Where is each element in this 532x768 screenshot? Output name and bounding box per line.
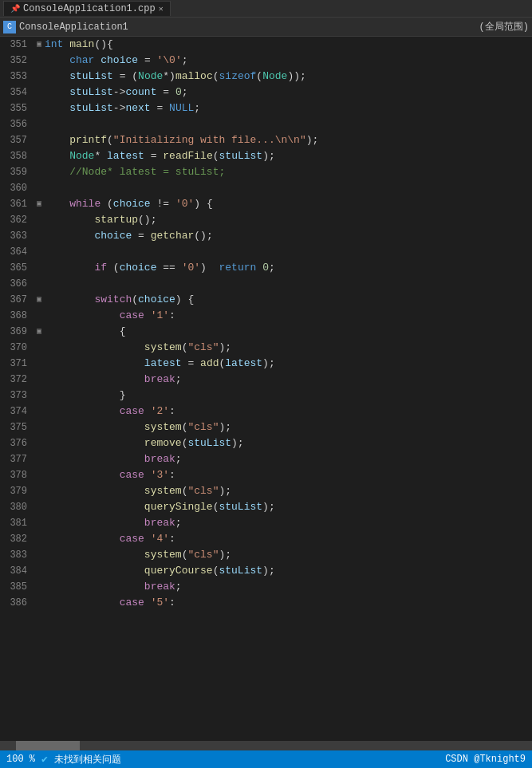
line-number: 370 xyxy=(0,340,33,356)
line-number: 366 xyxy=(0,276,33,292)
code-text: querySingle(stuList); xyxy=(45,499,275,515)
code-line: 386 case '5': xyxy=(0,595,532,611)
code-text: switch(choice) { xyxy=(45,292,194,308)
line-number: 376 xyxy=(0,435,33,451)
code-text: system("cls"); xyxy=(45,483,231,499)
status-message: 未找到相关问题 xyxy=(54,753,121,766)
code-text: case '2': xyxy=(45,404,175,419)
code-text: break; xyxy=(45,579,182,595)
csdn-label: CSDN @Tknight9 xyxy=(445,754,526,765)
code-line: 375 system("cls"); xyxy=(0,419,532,435)
code-text: stuList->count = 0; xyxy=(45,85,188,100)
line-number: 359 xyxy=(0,164,33,180)
line-number: 362 xyxy=(0,212,33,228)
code-line: 383 system("cls"); xyxy=(0,547,532,563)
line-number: 358 xyxy=(0,148,33,164)
zoom-level: 100 % xyxy=(6,754,35,765)
code-line: 370 system("cls"); xyxy=(0,340,532,356)
line-number: 386 xyxy=(0,595,33,611)
code-text: case '4': xyxy=(45,531,175,547)
tab-pin-icon: 📌 xyxy=(10,4,20,14)
code-line: 360 xyxy=(0,180,532,196)
tab-filename: ConsoleApplication1.cpp xyxy=(23,3,156,14)
line-number: 352 xyxy=(0,53,33,69)
line-number: 381 xyxy=(0,515,33,531)
code-text: int main(){ xyxy=(45,37,113,53)
line-number: 357 xyxy=(0,132,33,148)
code-line: 382 case '4': xyxy=(0,531,532,547)
line-number: 374 xyxy=(0,404,33,419)
line-number: 383 xyxy=(0,547,33,563)
code-text: stuList->next = NULL; xyxy=(45,100,200,116)
code-line: 368 case '1': xyxy=(0,308,532,324)
code-text: break; xyxy=(45,515,182,531)
code-line: 356 xyxy=(0,116,532,132)
code-line: 362 startup(); xyxy=(0,212,532,228)
code-line: 353 stuList = (Node*)malloc(sizeof(Node)… xyxy=(0,69,532,85)
collapse-icon[interactable]: ▣ xyxy=(33,37,45,53)
line-number: 379 xyxy=(0,483,33,499)
line-number: 363 xyxy=(0,228,33,244)
code-line: 380 querySingle(stuList); xyxy=(0,499,532,515)
code-line: 381 break; xyxy=(0,515,532,531)
line-number: 377 xyxy=(0,451,33,467)
code-line: 373 } xyxy=(0,388,532,404)
code-text: system("cls"); xyxy=(45,340,231,356)
code-text: choice = getchar(); xyxy=(45,228,213,244)
code-line: 385 break; xyxy=(0,579,532,595)
line-number: 380 xyxy=(0,499,33,515)
code-editor[interactable]: 351▣int main(){352 char choice = '\0';35… xyxy=(0,37,532,741)
code-line: 354 stuList->count = 0; xyxy=(0,85,532,100)
title-bar: 📌 ConsoleApplication1.cpp ✕ xyxy=(0,0,532,18)
collapse-icon[interactable]: ▣ xyxy=(33,292,45,308)
code-text: Node* latest = readFile(stuList); xyxy=(45,148,275,164)
code-text: case '5': xyxy=(45,595,175,611)
scope-dropdown-left[interactable]: ConsoleApplication1 xyxy=(19,22,479,33)
line-number: 356 xyxy=(0,116,33,132)
code-line: 369▣ { xyxy=(0,324,532,340)
line-number: 378 xyxy=(0,467,33,483)
code-line: 363 choice = getchar(); xyxy=(0,228,532,244)
code-line: 351▣int main(){ xyxy=(0,37,532,53)
code-line: 379 system("cls"); xyxy=(0,483,532,499)
code-line: 372 break; xyxy=(0,372,532,388)
code-line: 371 latest = add(latest); xyxy=(0,356,532,372)
code-line: 355 stuList->next = NULL; xyxy=(0,100,532,116)
collapse-icon[interactable]: ▣ xyxy=(33,324,45,340)
line-number: 351 xyxy=(0,37,33,53)
line-number: 375 xyxy=(0,419,33,435)
check-icon: ✔ xyxy=(41,753,48,766)
code-text: startup(); xyxy=(45,212,156,228)
code-line: 376 remove(stuList); xyxy=(0,435,532,451)
code-text: while (choice != '0') { xyxy=(45,196,213,212)
dropdown-bar: C ConsoleApplication1 (全局范围) xyxy=(0,18,532,37)
scrollbar-thumb[interactable] xyxy=(16,741,80,750)
code-line: 367▣ switch(choice) { xyxy=(0,292,532,308)
project-icon: C xyxy=(3,21,16,33)
code-line: 366 xyxy=(0,276,532,292)
title-tab[interactable]: 📌 ConsoleApplication1.cpp ✕ xyxy=(3,1,171,16)
tab-close-icon[interactable]: ✕ xyxy=(159,4,164,14)
code-text: case '3': xyxy=(45,467,175,483)
code-line: 352 char choice = '\0'; xyxy=(0,53,532,69)
code-text: queryCourse(stuList); xyxy=(45,563,275,579)
line-number: 365 xyxy=(0,260,33,276)
status-left: 100 % ✔ 未找到相关问题 xyxy=(6,753,121,766)
code-line: 374 case '2': xyxy=(0,404,532,419)
code-line: 378 case '3': xyxy=(0,467,532,483)
line-number: 367 xyxy=(0,292,33,308)
status-right: CSDN @Tknight9 xyxy=(445,754,526,765)
code-line: 358 Node* latest = readFile(stuList); xyxy=(0,148,532,164)
code-line: 365 if (choice == '0') return 0; xyxy=(0,260,532,276)
line-number: 353 xyxy=(0,69,33,85)
code-line: 377 break; xyxy=(0,451,532,467)
line-number: 368 xyxy=(0,308,33,324)
code-line: 384 queryCourse(stuList); xyxy=(0,563,532,579)
code-text: } xyxy=(45,388,125,404)
line-number: 373 xyxy=(0,388,33,404)
horizontal-scrollbar[interactable] xyxy=(0,741,532,750)
code-text: break; xyxy=(45,372,182,388)
code-text: latest = add(latest); xyxy=(45,356,275,372)
scope-dropdown-right[interactable]: (全局范围) xyxy=(479,20,529,33)
collapse-icon[interactable]: ▣ xyxy=(33,196,45,212)
